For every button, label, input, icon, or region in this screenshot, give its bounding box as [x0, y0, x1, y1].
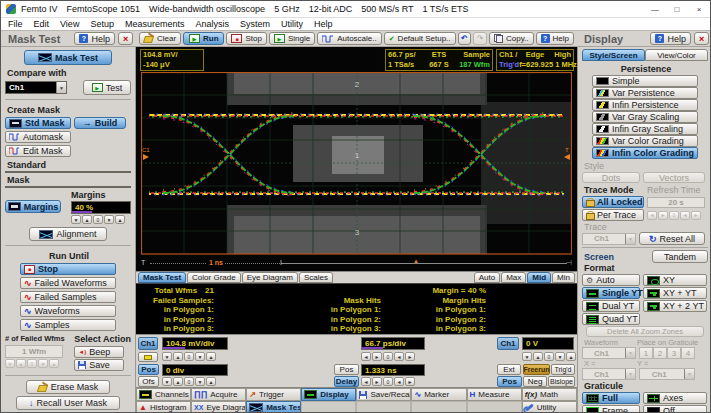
menu-system[interactable]: System	[240, 19, 270, 29]
tab-view-color[interactable]: View/Color	[645, 49, 708, 61]
spinner-button[interactable]: ▼	[162, 352, 172, 361]
display-help-button[interactable]: ?Help	[650, 32, 691, 45]
trigger-channel-badge[interactable]: Ch1	[497, 337, 519, 350]
spinner-button[interactable]: ▲	[173, 352, 183, 361]
trigger-position-icon[interactable]: ▲	[413, 258, 419, 264]
spinner-button[interactable]: ◄	[361, 377, 371, 386]
format-quad-yt[interactable]: Quad YT	[582, 313, 640, 325]
timebase-info-box[interactable]: 66.7 ps/ETSSample 1 TSa/s667 S187 Wfm	[385, 49, 493, 71]
taskbar-display[interactable]: Display	[301, 388, 356, 401]
format-auto[interactable]: ⚙Auto	[582, 274, 640, 286]
size-tab-max[interactable]: Max	[501, 272, 526, 283]
size-tab-mid[interactable]: Mid	[527, 272, 551, 283]
persistence-infin-color[interactable]: Infin Color Grading	[592, 147, 698, 159]
vertical-info-box[interactable]: 104.8 mV/ -140 μV	[140, 49, 204, 71]
persistence-simple[interactable]: Simple	[592, 75, 698, 87]
persistence-var[interactable]: Var Persistence	[592, 87, 698, 99]
mask-test-help-button[interactable]: ?Help	[74, 32, 115, 45]
menu-analysis[interactable]: Analysis	[195, 19, 229, 29]
erase-mask-button[interactable]: Erase Mask	[26, 380, 110, 394]
format-xy-yt[interactable]: XY + YT	[643, 287, 707, 299]
automask-button[interactable]: Automask	[5, 131, 71, 143]
ext-trigger-button[interactable]: Ext	[497, 364, 521, 375]
timebase-delay-button[interactable]: Delay	[334, 376, 359, 387]
slope-bislope-button[interactable]: Bislope	[548, 376, 575, 387]
persistence-var-color[interactable]: Var Color Grading	[592, 135, 698, 147]
spinner-button[interactable]: ▲	[82, 215, 92, 224]
spinner-button[interactable]: 0	[383, 352, 393, 361]
size-tab-auto[interactable]: Auto	[474, 272, 500, 283]
menu-utility[interactable]: Utility	[281, 19, 303, 29]
taskbar-utility[interactable]: Utility	[522, 401, 577, 413]
maximize-icon[interactable]: □	[671, 5, 683, 14]
minimize-icon[interactable]: —	[649, 5, 661, 14]
margins-spinner[interactable]: ▼▲0▼▲	[71, 215, 131, 224]
cursor-marker[interactable]: I	[280, 259, 282, 266]
clear-button[interactable]: Clear	[139, 32, 181, 45]
recall-user-mask-button[interactable]: ↓Recall User Mask	[16, 396, 120, 410]
tdiv-field[interactable]: 66.7 ps/div	[361, 337, 425, 350]
spinner-button[interactable]: ◄	[361, 352, 371, 361]
display-close-button[interactable]: ×	[694, 32, 709, 45]
spinner-button[interactable]: ▲	[115, 215, 125, 224]
spinner-button[interactable]: ◄	[394, 352, 404, 361]
menu-setup[interactable]: Setup	[90, 19, 114, 29]
spinner-button[interactable]: ▲	[173, 377, 183, 386]
run-until-failed-waveforms[interactable]: ∿Failed Waveforms	[20, 277, 116, 289]
build-button[interactable]: →Build	[74, 117, 126, 129]
tab-scales[interactable]: Scales	[299, 272, 333, 283]
copy-button[interactable]: Copy..	[489, 32, 534, 45]
channel-badge[interactable]: Ch1	[138, 337, 158, 350]
menu-edit[interactable]: Edit	[34, 19, 50, 29]
format-dual-yt[interactable]: Dual YT	[582, 300, 640, 312]
channel-color-chip[interactable]	[138, 352, 158, 362]
persistence-infin[interactable]: Infin Persistence	[592, 99, 698, 111]
test-button[interactable]: ▶Test	[83, 80, 131, 95]
run-until-stop[interactable]: ■Stop	[20, 263, 116, 275]
spinner-button[interactable]: ►	[372, 352, 382, 361]
graticule-full[interactable]: Full	[582, 392, 640, 404]
all-locked-button[interactable]: All Locked	[582, 196, 644, 208]
run-button[interactable]: ▶Run	[183, 32, 224, 45]
taskbar-histogram[interactable]: ▲Histogram	[136, 401, 191, 413]
tab-mask-test[interactable]: Mask Test	[138, 272, 186, 283]
spinner-button[interactable]: ▼	[104, 215, 114, 224]
offset-spinner[interactable]: ▼▲0▼▲	[162, 377, 216, 386]
compare-source-dropdown[interactable]: Ch1▼	[5, 81, 67, 94]
trigger-level-spinner[interactable]: ▼▲0▼▲	[522, 352, 576, 361]
single-button[interactable]: ▶Single	[269, 32, 315, 45]
spinner-button[interactable]: ▲	[566, 352, 576, 361]
offset-field[interactable]: 0 div	[162, 364, 228, 376]
menu-measurements[interactable]: Measurements	[125, 19, 185, 29]
spinner-button[interactable]: 0	[184, 352, 194, 361]
offset-button[interactable]: Ofs	[138, 376, 159, 387]
tab-eye-diagram[interactable]: Eye Diagram	[242, 272, 298, 283]
alignment-button[interactable]: Alignment	[29, 227, 107, 241]
graticule-axes[interactable]: Axes	[643, 392, 707, 404]
persistence-infin-gray[interactable]: Infin Gray Scaling	[592, 123, 698, 135]
spinner-button[interactable]: ▼	[522, 352, 532, 361]
graticule[interactable]: 2 1 3	[141, 72, 572, 255]
taskbar-math[interactable]: f(x)Math	[522, 388, 577, 401]
taskbar-measure[interactable]: HMeasure	[467, 388, 522, 401]
freerun-button[interactable]: Freerun	[523, 364, 550, 375]
stop-button[interactable]: ■Stop	[226, 32, 266, 45]
mask-test-toggle-button[interactable]: Mask Test	[24, 50, 112, 65]
graticule-frame[interactable]: Frame	[582, 405, 640, 413]
taskbar-channels[interactable]: Channels	[136, 388, 191, 401]
trigd-button[interactable]: Trig'd	[551, 364, 575, 375]
save-action-button[interactable]: Save	[74, 359, 124, 371]
spinner-button[interactable]: ▲	[533, 352, 543, 361]
spinner-button[interactable]: ▼	[71, 215, 81, 224]
std-mask-button[interactable]: Std Mask	[5, 117, 71, 129]
slope-neg-button[interactable]: Neg	[523, 376, 547, 387]
default-setup-button[interactable]: ✔Default Setup..	[384, 32, 456, 45]
taskbar-acquire[interactable]: ∏∏Acquire	[191, 388, 246, 401]
margins-button[interactable]: Margins	[5, 200, 61, 213]
autoscale-button[interactable]: Autoscale..	[317, 32, 382, 45]
trigger-info-box[interactable]: Ch1 /EdgeHigh Trig'df=629.925 1 MHz	[496, 49, 574, 71]
graticule-off[interactable]: Off	[643, 405, 707, 413]
redo-button[interactable]: ↷	[473, 32, 487, 45]
vdiv-field[interactable]: 104.8 mV/div	[162, 337, 228, 350]
run-until-samples[interactable]: ∿Samples	[20, 319, 116, 331]
